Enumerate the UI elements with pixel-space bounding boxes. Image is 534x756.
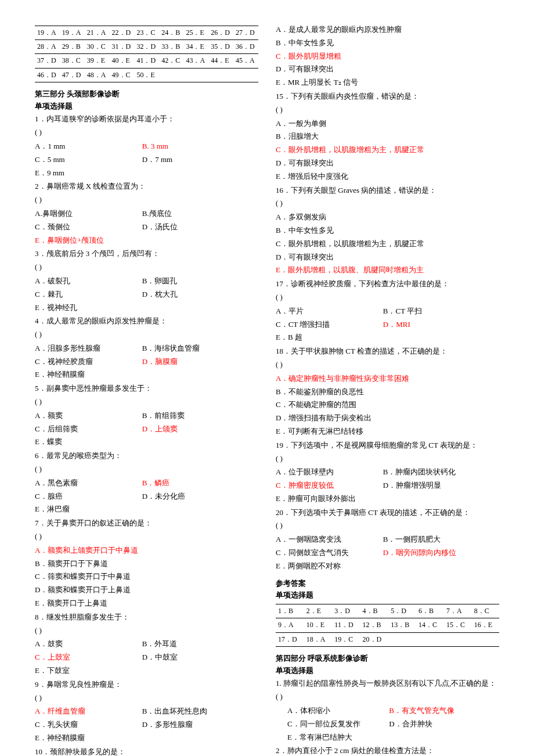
option: D．中鼓室 — [142, 651, 250, 664]
option: E．下鼓室 — [35, 665, 258, 677]
option: B．前组筛窦 — [142, 410, 250, 422]
option: A．黑色素瘤 — [35, 477, 142, 489]
answer-cell — [416, 632, 444, 646]
answer-cell — [233, 68, 258, 82]
answer-cell: 35．D — [208, 40, 233, 54]
paren: ( ) — [276, 691, 499, 703]
question-text: 5．副鼻窦中恶性肿瘤最多发生于： — [35, 383, 258, 395]
option: A．体积缩小 — [287, 705, 389, 717]
option: B. 3 mm — [142, 141, 250, 153]
answer-cell: 24．B — [159, 26, 183, 40]
paren: ( ) — [276, 291, 499, 304]
question-text: 2．鼻咽癌常规 X 线检查位置为： — [35, 181, 258, 193]
paren: ( ) — [35, 261, 258, 273]
part4-title: 第四部分 呼吸系统影像诊断 — [276, 653, 499, 665]
option: A．1 mm — [35, 141, 142, 153]
answer-cell: 25．E — [183, 26, 208, 40]
option: A．泪腺多形性腺瘤 — [35, 343, 142, 355]
option: A．是成人最常见的眼眶内原发性肿瘤 — [276, 24, 499, 36]
answer-cell: 13．B — [388, 618, 416, 632]
question-text: 16．下列有关眼型 Graves 病的描述，错误的是： — [276, 185, 499, 197]
option: E．可判断有无淋巴结转移 — [276, 426, 499, 438]
option: B．海绵状血管瘤 — [142, 343, 250, 355]
answer-cell: 46．D — [35, 68, 60, 82]
answer-cell: 34．E — [183, 40, 208, 54]
option: E．B 超 — [276, 332, 499, 344]
answer-cell: 2．E — [304, 604, 333, 618]
paren: ( ) — [276, 197, 499, 210]
answer-cell: 19．A — [60, 26, 85, 40]
answer-cell — [388, 632, 416, 646]
answer-cell: 9．A — [276, 618, 304, 632]
answer-cell — [159, 68, 183, 82]
option: E．MR 上明显长 T₂ 信号 — [276, 77, 499, 89]
paren: ( ) — [35, 127, 258, 139]
option: D．增强扫描有助于病变检出 — [276, 412, 499, 424]
left-column: 19．A19．A21．A22．D23．C24．B25．E26．D27．D28．A… — [35, 23, 258, 756]
answer-cell: 37．D — [35, 54, 60, 68]
option: E．增强后轻中度强化 — [276, 171, 499, 183]
answer-cell: 36．D — [233, 40, 258, 54]
option: D．7 mm — [142, 154, 250, 166]
question-text: 15．下列有关眼眶内炎性假瘤，错误的是： — [276, 91, 499, 103]
option: D．多形性腺瘤 — [142, 719, 250, 731]
option: B.颅底位 — [142, 208, 250, 220]
option: D．可有眼球突出 — [276, 251, 499, 264]
option: D．枕大孔 — [142, 289, 250, 301]
question-text: 18．关于甲状腺肿物 CT 检查的描述，不正确的是： — [276, 345, 499, 358]
paren: ( ) — [35, 531, 258, 543]
answer-cell: 3．D — [332, 604, 360, 618]
option: A．多双侧发病 — [276, 211, 499, 224]
option: C．颈侧位 — [35, 221, 142, 233]
answer-cell — [472, 632, 499, 646]
option: E．额窦开口于上鼻道 — [35, 597, 258, 610]
option: D．MRI — [383, 319, 490, 331]
option: B．CT 平扫 — [383, 305, 490, 318]
paren: ( ) — [35, 194, 258, 206]
option: C．腺癌 — [35, 491, 142, 503]
option: A．额窦和上颌窦开口于中鼻道 — [35, 545, 258, 557]
answer-cell: 11．D — [332, 618, 360, 632]
question-text: 19．下列选项中，不是视网膜母细胞瘤的常见 CT 表现的是： — [276, 440, 499, 452]
paren: ( ) — [276, 359, 499, 371]
option: D．汤氏位 — [142, 221, 250, 233]
question-text: 8．继发性胆脂瘤多发生于： — [35, 611, 258, 624]
option: B．中年女性多见 — [276, 37, 499, 49]
option: A．纤维血管瘤 — [35, 705, 142, 718]
answer-cell: 22．D — [110, 26, 135, 40]
option: C．棘孔 — [35, 289, 142, 301]
answer-cell: 14．C — [416, 618, 444, 632]
answer-cell: 49．C — [110, 68, 135, 82]
answer-cell: 7．A — [444, 604, 472, 618]
answer-cell: 41．D — [134, 54, 159, 68]
option: B．卵圆孔 — [142, 275, 250, 287]
answer-cell: 44．E — [208, 54, 233, 68]
answer-cell: 15．C — [444, 618, 472, 632]
answer-cell: 19．A — [35, 26, 60, 40]
question-text: 1．内耳道狭窄的诊断依据是内耳道小于： — [35, 113, 258, 125]
paren: ( ) — [276, 453, 499, 465]
option: B．鳞癌 — [142, 477, 250, 489]
answer-cell: 8．C — [472, 604, 499, 618]
option: A．位于眼球壁内 — [276, 466, 383, 478]
option: A．一般为单侧 — [276, 118, 499, 130]
option: B．中年女性多见 — [276, 225, 499, 237]
answer-cell: 10．E — [304, 618, 333, 632]
option: C．肿瘤密度较低 — [276, 480, 383, 492]
answer-cell: 42．C — [159, 54, 183, 68]
answer-cell: 40．E — [110, 54, 135, 68]
option: E．淋巴瘤 — [35, 503, 258, 516]
paren: ( ) — [276, 520, 499, 532]
question-text: 9．鼻咽常见良性肿瘤是： — [35, 679, 258, 691]
answer-cell: 21．A — [85, 26, 110, 40]
question-text: 1. 肺瘤引起的阻塞性肺炎与一般肺炎区别有以下几点,不正确的是： — [276, 678, 499, 690]
question-text: 2．肺内直径小于 2 cm 病灶的最佳检查方法是： — [276, 745, 499, 756]
option: D．咽旁间隙向内移位 — [383, 547, 490, 559]
ref-sub: 单项选择题 — [276, 589, 499, 602]
answer-cell: 28．A — [35, 40, 60, 54]
option: D．可有眼球突出 — [276, 63, 499, 75]
paren: ( ) — [276, 104, 499, 116]
part3-title: 第三部分 头颈部影像诊断 — [35, 88, 258, 100]
part3-sub: 单项选择题 — [35, 100, 258, 113]
option: A．鼓窦 — [35, 638, 142, 650]
